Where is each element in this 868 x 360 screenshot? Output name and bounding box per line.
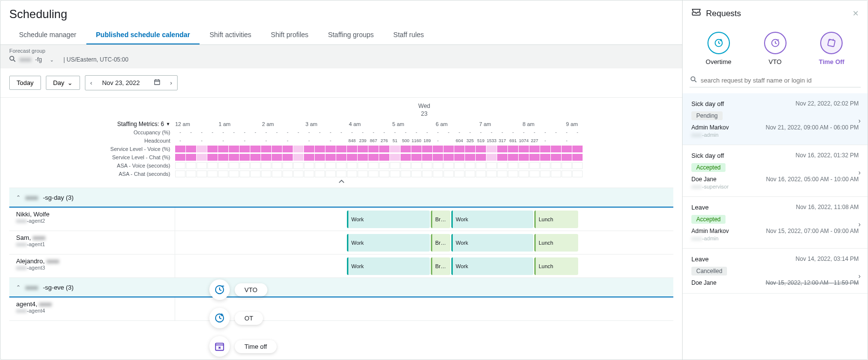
svg-point-25 — [691, 77, 695, 81]
triangle-down-icon: ▼ — [166, 122, 170, 127]
metric-cell — [540, 154, 550, 161]
metric-values — [175, 154, 673, 161]
metric-cell — [358, 162, 368, 169]
metric-cell — [293, 170, 303, 177]
schedule-block-lunch[interactable]: Lunch — [534, 211, 578, 228]
request-card[interactable]: Sick day offNov 22, 2022, 02:02 PMPendin… — [683, 93, 868, 145]
agent-info[interactable]: Sam, xxxxxxxx-agent1 — [9, 231, 175, 254]
metric-cell: 1074 — [519, 137, 529, 144]
panel-search[interactable] — [689, 73, 861, 87]
panel-search-input[interactable] — [701, 77, 860, 84]
metric-cell — [519, 146, 529, 152]
request-timestamp: Nov 16, 2022, 01:32 PM — [796, 152, 859, 159]
request-card[interactable]: Sick day offNov 16, 2022, 01:32 PMAccept… — [683, 145, 868, 197]
metric-cell — [261, 146, 271, 152]
request-list[interactable]: Sick day offNov 22, 2022, 02:02 PMPendin… — [683, 93, 868, 360]
agent-schedule[interactable]: WorkBr…WorkLunch — [175, 254, 673, 277]
agent-info[interactable]: Alejandro, xxxxxxxx-agent3 — [9, 254, 175, 277]
timeoff-fab-label[interactable]: Time off — [235, 340, 277, 353]
metric-cell — [572, 170, 583, 177]
metric-cell — [529, 129, 540, 136]
next-day-button[interactable]: › — [165, 76, 177, 89]
schedule-block-work[interactable]: Work — [451, 257, 533, 275]
metric-cell — [379, 129, 389, 136]
metric-cell — [250, 146, 261, 152]
forecast-group-prefix: xxxx — [20, 56, 31, 63]
collapse-metrics-button[interactable] — [9, 178, 673, 186]
tab-shift-profiles[interactable]: Shift profiles — [261, 26, 318, 44]
forecast-group-value[interactable]: -fg — [35, 56, 42, 63]
tab-schedule-manager[interactable]: Schedule manager — [9, 26, 86, 44]
schedule-block-break[interactable]: Br… — [431, 211, 450, 228]
tab-shift-activities[interactable]: Shift activities — [200, 26, 261, 44]
agent-info[interactable]: agent4, xxxx xxxx-agent4 — [9, 297, 175, 320]
metric-cell — [401, 170, 411, 177]
chevron-down-icon[interactable]: ⌄ — [46, 57, 58, 63]
request-type-vto[interactable]: VTO — [764, 32, 787, 65]
tab-published-calendar[interactable]: Published schedule calendar — [86, 26, 200, 44]
chevron-right-icon[interactable]: › — [858, 169, 861, 176]
staffing-metrics-toggle[interactable]: Staffing Metrics: 6 ▼ — [9, 120, 170, 128]
chevron-right-icon[interactable]: › — [858, 117, 861, 125]
schedule-block-lunch[interactable]: Lunch — [534, 234, 578, 252]
schedule-block-work[interactable]: Work — [451, 234, 533, 252]
agent-schedule[interactable]: WorkBr…WorkLunch — [175, 231, 673, 254]
hour-label: 5 am — [392, 121, 435, 127]
search-icon — [9, 56, 16, 64]
chevron-right-icon[interactable]: › — [858, 272, 861, 280]
group-header-day[interactable]: ⌃ xxxx-sg-day (3) — [9, 188, 673, 208]
prev-day-button[interactable]: ‹ — [85, 76, 97, 89]
metric-cell — [422, 154, 432, 161]
metric-row: Service Level - Voice (%) — [9, 145, 673, 153]
metric-cell — [218, 129, 228, 136]
tab-staff-rules[interactable]: Staff rules — [384, 26, 434, 44]
vto-fab-label[interactable]: VTO — [235, 283, 267, 296]
request-card[interactable]: LeaveNov 16, 2022, 11:08 AMAcceptedAdmin… — [683, 197, 868, 249]
status-badge: Pending — [691, 111, 723, 120]
svg-point-0 — [10, 56, 14, 60]
request-type-timeoff[interactable]: Time Off — [819, 32, 845, 65]
metric-cell — [186, 146, 196, 152]
metric-cell — [186, 154, 196, 161]
vto-fab-button[interactable] — [209, 279, 230, 300]
agent-schedule[interactable]: WorkBr…WorkLunch — [175, 208, 673, 231]
schedule-block-work[interactable]: Work — [347, 257, 430, 275]
metric-cell — [261, 170, 271, 177]
metric-cell — [272, 129, 282, 136]
metric-cell — [272, 146, 282, 152]
group-header-eve[interactable]: ⌃ xxxx-sg-eve (3) — [9, 278, 673, 297]
metric-cell: 691 — [508, 137, 518, 144]
schedule-block-work[interactable]: Work — [451, 211, 533, 228]
schedule-block-break[interactable]: Br… — [431, 234, 450, 252]
chevron-right-icon[interactable]: › — [858, 220, 861, 228]
range-select[interactable]: Day⌄ — [46, 76, 80, 90]
request-title: Leave — [691, 255, 708, 263]
schedule-block-work[interactable]: Work — [347, 211, 430, 228]
timeoff-fab-button[interactable] — [209, 336, 230, 357]
metric-cell — [497, 146, 507, 152]
agent-info[interactable]: Nikki, Wolfexxxx-agent2 — [9, 208, 175, 231]
schedule-block-work[interactable]: Work — [347, 234, 430, 252]
metric-cell — [572, 154, 583, 161]
schedule-block-lunch[interactable]: Lunch — [534, 257, 578, 275]
metric-cell — [454, 162, 464, 169]
request-type-overtime[interactable]: Overtime — [706, 32, 731, 65]
close-panel-button[interactable]: ✕ — [852, 9, 859, 18]
today-button[interactable]: Today — [9, 76, 41, 90]
subheader: Forecast group xxxx-fg ⌄ | US/Eastern, U… — [0, 45, 682, 68]
request-card[interactable]: LeaveNov 14, 2022, 03:14 PMCancelledDoe … — [683, 249, 868, 294]
metric-cell — [229, 154, 239, 161]
metric-cell: - — [261, 137, 271, 144]
metric-cell — [444, 129, 454, 136]
toolbar: Today Day⌄ ‹ Nov 23, 2022 › — [0, 68, 682, 97]
date-display[interactable]: Nov 23, 2022 — [97, 76, 165, 90]
metric-cell: 317 — [497, 137, 507, 144]
ot-fab-button[interactable] — [209, 308, 230, 328]
metric-cell — [293, 129, 303, 136]
agent-name-blur: xxxx — [33, 234, 45, 241]
ot-fab-label[interactable]: OT — [235, 312, 263, 325]
fab-menu: VTO OT Time off — [209, 279, 277, 360]
tab-staffing-groups[interactable]: Staffing groups — [318, 26, 384, 44]
schedule-block-break[interactable]: Br… — [431, 257, 450, 275]
metric-cell — [476, 154, 486, 161]
